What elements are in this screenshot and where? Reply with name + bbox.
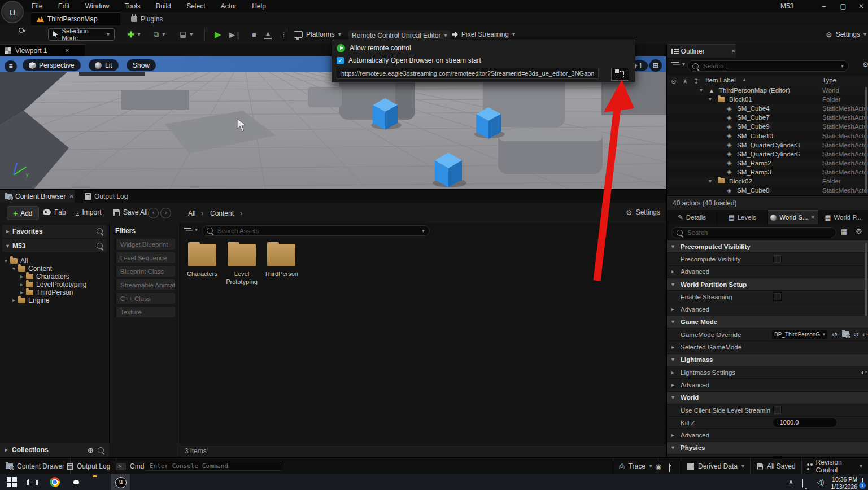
close-button[interactable]: ✕	[857, 2, 865, 10]
advanced-row[interactable]: Advanced	[667, 379, 868, 391]
details-search[interactable]	[671, 227, 836, 238]
checkbox[interactable]	[773, 406, 782, 414]
outliner-row[interactable]: ◈SM_Ramp2StaticMeshActor	[667, 159, 868, 168]
task-view-icon[interactable]	[27, 477, 37, 487]
output-log-button[interactable]: Output Log	[61, 458, 116, 475]
outliner-row[interactable]: ◈SM_Cube7StaticMeshActor	[667, 113, 868, 122]
asset-filter-icon[interactable]	[184, 227, 198, 233]
chrome-icon[interactable]	[50, 477, 60, 487]
outliner-search-input[interactable]	[702, 62, 838, 70]
section-header[interactable]: Precomputed Visibility	[667, 240, 868, 253]
tree-item-characters[interactable]: Characters	[5, 273, 109, 280]
tab-world-partition[interactable]: ▦World P...	[818, 210, 868, 224]
project-header[interactable]: M53	[2, 239, 107, 252]
lit-dropdown[interactable]: Lit	[89, 59, 119, 71]
tab-thirdpersonmap[interactable]: ThirdPersonMap	[31, 12, 120, 25]
advanced-row[interactable]: Selected GameMode	[667, 341, 868, 353]
filter-widget-blueprint[interactable]: Widget Blueprint	[114, 239, 175, 250]
tab-outliner[interactable]: Outliner	[667, 44, 736, 58]
filter-blueprint-class[interactable]: Blueprint Class	[114, 266, 175, 277]
show-dropdown[interactable]: Show	[127, 59, 156, 71]
maximize-viewport-icon[interactable]: ⊞	[649, 59, 662, 72]
tab-world-settings[interactable]: World S...	[768, 210, 818, 224]
close-icon[interactable]	[64, 48, 69, 54]
section-header[interactable]: Game Mode	[667, 316, 868, 329]
filter-cpp-class[interactable]: C++ Class	[114, 293, 175, 304]
save-all-button[interactable]: Save All	[113, 208, 147, 216]
menu-edit[interactable]: Edit	[51, 0, 77, 12]
trace-dropdown[interactable]: ⎙ Trace	[613, 458, 658, 475]
outliner-row[interactable]: ◈SM_Ramp3StaticMeshActor	[667, 168, 868, 177]
filter-streamable-animatic[interactable]: Streamable Animatic	[114, 279, 175, 290]
advanced-row[interactable]: Advanced	[667, 266, 868, 278]
outliner-settings-icon[interactable]	[862, 61, 868, 68]
use-selected-asset-icon[interactable]: ↺	[832, 331, 838, 339]
copy-reference-icon[interactable]: ↺	[853, 331, 859, 339]
reset-icon[interactable]: ↩	[862, 331, 868, 339]
pixel-streaming-dropdown[interactable]: Pixel Streaming	[452, 30, 515, 38]
revision-control-dropdown[interactable]: Revision Control	[801, 458, 868, 475]
outliner-column-header[interactable]: ⊙ ★ ↧ Item Label ▲ Type	[667, 76, 868, 86]
blueprints-button[interactable]: ⧉	[154, 30, 165, 39]
frame-skip-button[interactable]: ▶❘	[229, 30, 241, 39]
all-saved-button[interactable]: All Saved	[751, 458, 802, 475]
unreal-logo-icon[interactable]: u	[1, 1, 24, 23]
unreal-taskbar-icon[interactable]: u	[115, 477, 127, 488]
network-icon[interactable]	[802, 479, 803, 488]
back-icon[interactable]: ‹	[148, 208, 159, 218]
settings-dropdown[interactable]: Settings	[826, 30, 866, 38]
add-actor-button[interactable]: ✚	[128, 30, 141, 39]
details-settings-icon[interactable]	[856, 228, 862, 235]
stream-url-input[interactable]	[337, 68, 599, 79]
display-mode-icon[interactable]: ▦	[841, 228, 847, 235]
auto-open-browser-item[interactable]: ✓ Automatically Open Browser on stream s…	[332, 54, 635, 67]
section-header[interactable]: World	[667, 392, 868, 404]
tab-viewport-1[interactable]: Viewport 1	[0, 44, 85, 56]
outliner-row[interactable]: ▲ThirdPersonMap (Editor)World	[667, 86, 868, 95]
breadcrumb-all[interactable]: All	[188, 209, 195, 217]
screenshot-icon[interactable]	[669, 463, 670, 473]
minimize-button[interactable]: –	[820, 2, 828, 10]
filter-texture[interactable]: Texture	[114, 307, 175, 317]
outliner-row[interactable]: ◈SM_Cube8StaticMeshActor	[667, 186, 868, 195]
checkbox[interactable]	[773, 255, 782, 263]
star-column-icon[interactable]: ★	[682, 77, 688, 85]
outliner-row[interactable]: ◈SM_QuarterCylinder3StaticMeshActor	[667, 141, 868, 150]
outliner-row[interactable]: Block01Folder	[667, 95, 868, 104]
notification-icon[interactable]: 1	[862, 478, 863, 487]
browse-asset-icon[interactable]	[842, 331, 849, 337]
menu-select[interactable]: Select	[180, 0, 212, 12]
folder-tile-level-prototyping[interactable]: Level Prototyping	[223, 242, 260, 286]
selection-mode-dropdown[interactable]: Selection Mode	[48, 28, 115, 41]
details-scrollbar[interactable]	[865, 243, 867, 316]
menu-file[interactable]: File	[25, 0, 49, 12]
search-icon[interactable]	[97, 243, 103, 249]
breadcrumb-content[interactable]: Content	[210, 209, 234, 217]
fab-button[interactable]: Fab	[43, 208, 66, 216]
tab-plugins[interactable]: Plugins	[125, 12, 168, 25]
volume-icon[interactable]: ◁)	[817, 478, 824, 486]
section-header[interactable]: Lightmass	[667, 354, 868, 366]
favorites-header[interactable]: Favorites	[2, 225, 107, 238]
filter-level-sequence[interactable]: Level Sequence	[114, 252, 175, 263]
derived-data-dropdown[interactable]: Derived Data	[681, 458, 751, 475]
outliner-row[interactable]: ◈SM_Cube9StaticMeshActor	[667, 122, 868, 131]
outliner-row[interactable]: ◈SM_Cube10StaticMeshActor	[667, 131, 868, 140]
pin-column-icon[interactable]: ↧	[693, 77, 699, 85]
tree-item-engine[interactable]: Engine	[5, 296, 109, 304]
allow-remote-control-item[interactable]: Allow remote control	[332, 42, 635, 54]
outliner-row[interactable]: Block02Folder	[667, 177, 868, 186]
add-collection-icon[interactable]: ⊕	[88, 446, 94, 454]
add-button[interactable]: + Add	[7, 206, 39, 220]
collections-header[interactable]: Collections ⊕	[0, 443, 109, 457]
copy-url-button[interactable]	[611, 68, 629, 81]
section-header[interactable]: Physics	[667, 442, 868, 454]
tray-expand-icon[interactable]: ∧	[788, 478, 793, 486]
import-button[interactable]: ↓ Import	[76, 208, 102, 216]
chevron-down-icon[interactable]	[422, 228, 425, 234]
outliner-row[interactable]: ◈SM_Cube4StaticMeshActor	[667, 104, 868, 113]
close-icon[interactable]	[69, 194, 73, 199]
outliner-row[interactable]: ◈SM_QuarterCylinder6StaticMeshActor	[667, 150, 868, 159]
content-browser-settings[interactable]: Settings	[626, 208, 660, 216]
tab-details[interactable]: ✎Details	[667, 210, 717, 224]
